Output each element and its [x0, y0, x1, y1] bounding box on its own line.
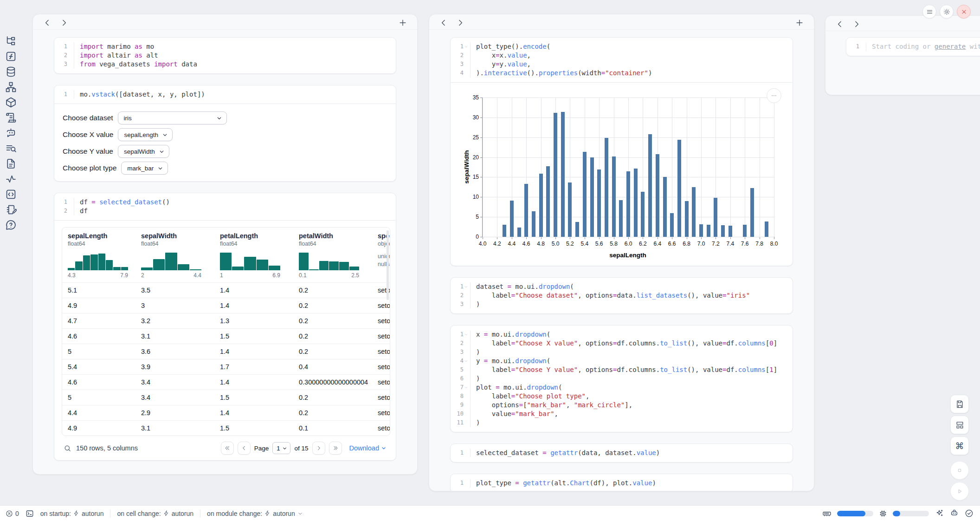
x-tick-label: 5.6 [591, 241, 607, 247]
nav-forward-button[interactable] [455, 18, 465, 28]
code-editor[interactable]: 1mo.vstack([dataset, x, y, plot]) [54, 85, 396, 104]
table-column-header[interactable]: petalWidthfloat640.12.5 [293, 228, 372, 282]
sidebar-file-tree-icon[interactable] [5, 35, 17, 47]
code-editor[interactable]: 123dataset = mo.ui.dropdown( label="Choo… [451, 278, 793, 313]
table-scrollbar[interactable] [387, 230, 389, 300]
save-button[interactable] [950, 395, 969, 413]
stop-button[interactable] [950, 461, 969, 480]
package-icon [5, 97, 17, 108]
sidebar-scroll-icon[interactable] [5, 112, 17, 124]
chart-actions-button[interactable] [767, 88, 781, 103]
fold-chevron-icon[interactable] [464, 359, 468, 363]
runtime-config-item[interactable]: on startup:autorun [40, 510, 104, 517]
add-cell-button[interactable] [794, 18, 805, 28]
nav-back-button[interactable] [835, 19, 845, 29]
code-editor[interactable]: 1selected_dataset = getattr(data, datase… [451, 444, 793, 462]
gridline [483, 237, 774, 237]
prev-page-button[interactable] [238, 442, 251, 455]
next-page-button[interactable] [312, 442, 325, 455]
download-button[interactable]: Download [349, 444, 387, 452]
runtime-config-item[interactable]: on module change:autorun [207, 510, 303, 517]
table-cell: 3.5 [135, 283, 214, 298]
error-indicator[interactable]: 0 [6, 510, 19, 517]
page-select[interactable]: 1 [272, 442, 290, 454]
fold-chevron-icon[interactable] [464, 45, 468, 49]
nav-forward-button[interactable] [59, 18, 69, 28]
dropdown-value: sepalLength [124, 131, 158, 138]
sidebar-list-search-icon[interactable] [5, 143, 17, 154]
sidebar-help-circle-icon[interactable] [5, 219, 17, 231]
runtime-config-item[interactable]: on cell change:autorun [117, 510, 193, 517]
dropdown-select[interactable]: sepalWidth [118, 145, 169, 158]
command-button[interactable]: ⌘ [950, 436, 969, 455]
code-editor[interactable]: 123import marimo as moimport altair as a… [54, 38, 396, 73]
sidebar-activity-icon[interactable] [5, 173, 17, 185]
layout-button[interactable] [950, 416, 969, 434]
cell-dataset-dropdown: 123dataset = mo.ui.dropdown( label="Choo… [450, 277, 793, 314]
table-cell: 4.7 [62, 313, 135, 328]
code-editor[interactable]: 1Start coding or generate with [846, 38, 980, 56]
nav-forward-button[interactable] [851, 19, 862, 29]
chart-plot-area[interactable]: 4.04.24.44.64.85.05.25.45.65.86.06.26.46… [482, 98, 774, 237]
copilot-button[interactable] [949, 509, 959, 518]
chart-bar [765, 221, 768, 237]
axis-tick [480, 98, 483, 98]
sidebar-dependency-graph-icon[interactable] [5, 81, 17, 93]
chevrons-left-icon [224, 445, 231, 451]
sidebar-database-icon[interactable] [5, 66, 17, 78]
first-page-button[interactable] [221, 442, 234, 455]
table-cell: setosa [372, 390, 390, 405]
check-circle-button[interactable] [964, 509, 974, 518]
search-icon[interactable] [64, 444, 71, 452]
column-name: petalWidth [299, 232, 372, 240]
terminal-button[interactable] [26, 508, 34, 519]
fold-chevron-icon[interactable] [464, 285, 468, 289]
add-cell-button[interactable] [398, 18, 408, 28]
sidebar-function-square-icon[interactable] [5, 51, 17, 62]
sidebar-code-snippet-icon[interactable] [5, 189, 17, 200]
sidebar-document-icon[interactable] [5, 158, 17, 169]
table-row: 53.61.40.2setosa [62, 344, 390, 359]
table-cell: 2.9 [135, 405, 214, 420]
table-column-header[interactable]: sepalLengthfloat644.37.9 [62, 228, 135, 282]
nav-back-button[interactable] [438, 18, 449, 28]
sidebar-chat-bot-icon[interactable] [5, 127, 17, 139]
plus-icon [795, 18, 804, 27]
code-editor[interactable]: 1234plot_type().encode( x=x.value, y=y.v… [451, 38, 793, 82]
fold-chevron-icon[interactable] [464, 332, 468, 337]
ram-icon [822, 509, 832, 518]
dropdown-select[interactable]: iris [118, 111, 227, 124]
dropdown-select[interactable]: sepalLength [118, 128, 173, 141]
menu-icon [926, 8, 933, 15]
fold-chevron-icon[interactable] [464, 385, 468, 390]
menu-button[interactable] [922, 5, 936, 19]
sidebar-package-icon[interactable] [5, 97, 17, 108]
altair-bar-chart[interactable]: 4.04.24.44.64.85.05.25.45.65.86.06.26.46… [460, 88, 783, 262]
sidebar-notebook-pen-icon[interactable] [5, 204, 17, 215]
scroll-icon [5, 112, 17, 124]
chart-bar [743, 225, 747, 237]
dropdown-row: Choose plot typemark_bar [63, 160, 387, 176]
table-cell: 4.9 [62, 421, 135, 436]
table-cell: 4.6 [62, 329, 135, 344]
code-editor[interactable]: 1234567891011x = mo.ui.dropdown( label="… [451, 326, 793, 432]
histogram-bar [190, 269, 201, 270]
table-cell: 0.1 [293, 421, 372, 436]
code-editor[interactable]: 1plot_type = getattr(alt.Chart(df), plot… [451, 474, 793, 491]
cpu-icon [879, 509, 887, 518]
last-page-button[interactable] [329, 442, 342, 455]
table-column-header[interactable]: petalLengthfloat6416.9 [214, 228, 293, 282]
sparkles-button[interactable] [935, 509, 944, 518]
line-number: 1 [451, 330, 470, 339]
line-number: 1 [451, 449, 470, 457]
table-column-header[interactable]: sepalWidthfloat6424.4 [135, 228, 214, 282]
settings-button[interactable] [940, 5, 954, 19]
dropdown-select[interactable]: mark_bar [121, 162, 168, 175]
histogram-bar [178, 264, 189, 270]
table-cell: 0.2 [293, 329, 372, 344]
close-button[interactable] [957, 5, 971, 19]
nav-back-button[interactable] [42, 18, 52, 28]
code-editor[interactable]: 12df = selected_dataset()df [54, 193, 396, 220]
play-button[interactable] [950, 482, 969, 501]
table-cell: setosa [372, 298, 390, 313]
